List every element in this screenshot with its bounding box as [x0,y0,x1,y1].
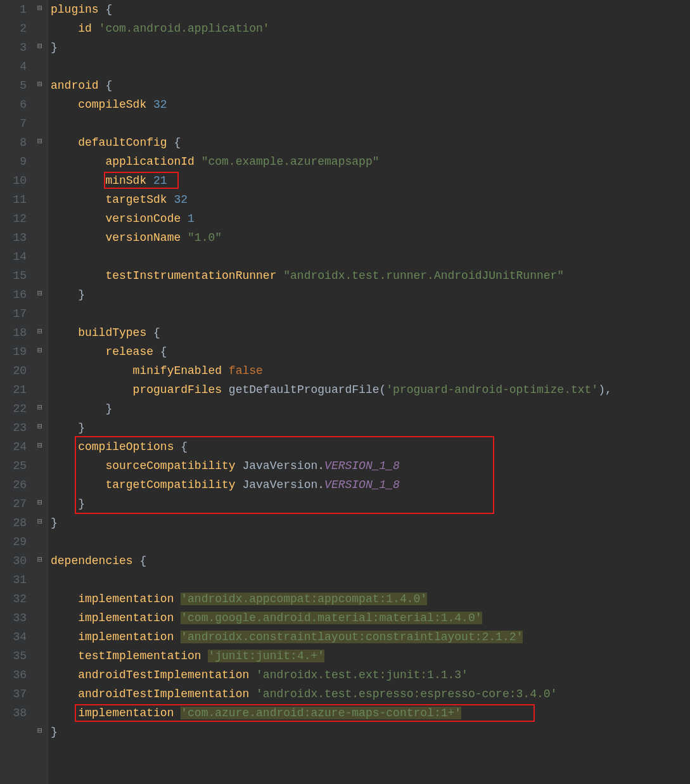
line-number: 27 [0,494,27,513]
line-number: 2 [0,19,27,38]
fold-close-icon[interactable]: ⊟ [35,499,44,508]
line-number: 12 [0,209,27,228]
line-number: 30 [0,551,27,570]
line-number: 1 [0,0,27,19]
line-number: 11 [0,190,27,209]
line-number: 14 [0,247,27,266]
code-line[interactable]: testImplementation 'junit:junit:4.+' [51,646,690,665]
code-editor[interactable]: 1 2 3 4 5 6 7 8 9 10 11 12 13 14 15 16 1… [0,0,690,784]
line-number: 24 [0,437,27,456]
line-number: 29 [0,532,27,551]
code-line[interactable] [51,57,690,76]
code-line[interactable]: implementation 'com.google.android.mater… [51,608,690,627]
code-line[interactable]: implementation 'com.azure.android:azure-… [51,704,690,723]
code-area[interactable]: plugins { id 'com.android.application' }… [48,0,690,784]
line-number: 17 [0,304,27,323]
fold-close-icon[interactable]: ⊟ [35,290,44,299]
fold-open-icon[interactable]: ⊟ [35,347,44,356]
fold-open-icon[interactable]: ⊟ [35,442,44,451]
code-line[interactable]: minSdk 21 [51,171,690,190]
code-line[interactable]: androidTestImplementation 'androidx.test… [51,665,690,684]
code-line[interactable]: dependencies { [51,551,690,570]
code-line[interactable]: targetSdk 32 [51,190,690,209]
code-line[interactable]: } [51,494,690,513]
code-line[interactable]: applicationId "com.example.azuremapsapp" [51,152,690,171]
line-number: 7 [0,114,27,133]
code-line[interactable]: plugins { [51,0,690,19]
line-number: 38 [0,704,27,723]
line-number: 37 [0,684,27,704]
code-line[interactable]: androidTestImplementation 'androidx.test… [51,684,690,704]
line-number: 22 [0,399,27,418]
line-number: 34 [0,627,27,646]
code-line[interactable]: id 'com.android.application' [51,19,690,38]
fold-gutter: ⊟ ⊟ ⊟ ⊟ ⊟ ⊟ ⊟ ⊟ ⊟ ⊟ ⊟ ⊟ ⊟ ⊟ [33,0,48,784]
line-number: 33 [0,608,27,627]
line-number: 26 [0,475,27,494]
fold-open-icon[interactable]: ⊟ [35,556,44,565]
code-line[interactable] [51,532,690,551]
code-line[interactable]: } [51,399,690,418]
line-number: 16 [0,285,27,304]
line-number: 23 [0,418,27,437]
fold-close-icon[interactable]: ⊟ [35,423,44,432]
line-number: 35 [0,646,27,665]
code-line[interactable]: } [51,285,690,304]
line-number: 32 [0,589,27,608]
code-line[interactable]: versionCode 1 [51,209,690,228]
line-number: 25 [0,456,27,475]
code-line[interactable]: compileOptions { [51,437,690,456]
line-number: 13 [0,228,27,247]
line-number: 31 [0,570,27,589]
fold-open-icon[interactable]: ⊟ [35,81,44,90]
code-line[interactable]: compileSdk 32 [51,95,690,114]
line-number: 4 [0,57,27,76]
line-number: 8 [0,133,27,152]
line-number: 9 [0,152,27,171]
line-number: 15 [0,266,27,285]
line-number: 6 [0,95,27,114]
code-line[interactable]: targetCompatibility JavaVersion.VERSION_… [51,475,690,494]
code-line[interactable]: } [51,38,690,57]
code-line[interactable]: implementation 'androidx.appcompat:appco… [51,589,690,608]
line-number: 3 [0,38,27,57]
line-number: 18 [0,323,27,342]
code-line[interactable]: buildTypes { [51,323,690,342]
code-line[interactable]: defaultConfig { [51,133,690,152]
fold-close-icon[interactable]: ⊟ [35,404,44,413]
code-line[interactable]: release { [51,342,690,361]
line-number: 10 [0,171,27,190]
code-line[interactable]: testInstrumentationRunner "androidx.test… [51,266,690,285]
code-line[interactable] [51,304,690,323]
fold-close-icon[interactable]: ⊟ [35,728,44,736]
line-number [0,723,27,742]
line-number: 28 [0,513,27,532]
line-number: 21 [0,380,27,399]
fold-open-icon[interactable]: ⊟ [35,328,44,337]
line-number: 20 [0,361,27,380]
gutter: 1 2 3 4 5 6 7 8 9 10 11 12 13 14 15 16 1… [0,0,33,784]
fold-open-icon[interactable]: ⊟ [35,5,44,14]
line-number: 19 [0,342,27,361]
code-line[interactable]: implementation 'androidx.constraintlayou… [51,627,690,646]
line-number: 36 [0,665,27,684]
fold-close-icon[interactable]: ⊟ [35,518,44,527]
code-line[interactable]: proguardFiles getDefaultProguardFile('pr… [51,380,690,399]
code-line[interactable] [51,247,690,266]
code-line[interactable]: sourceCompatibility JavaVersion.VERSION_… [51,456,690,475]
code-line[interactable] [51,114,690,133]
fold-close-icon[interactable]: ⊟ [35,43,44,52]
line-number: 5 [0,76,27,95]
code-line[interactable]: minifyEnabled false [51,361,690,380]
code-line[interactable]: android { [51,76,690,95]
code-line[interactable]: } [51,513,690,532]
code-line[interactable]: versionName "1.0" [51,228,690,247]
code-line[interactable]: } [51,418,690,437]
code-line[interactable]: } [51,723,690,742]
fold-open-icon[interactable]: ⊟ [35,138,44,147]
code-line[interactable] [51,570,690,589]
